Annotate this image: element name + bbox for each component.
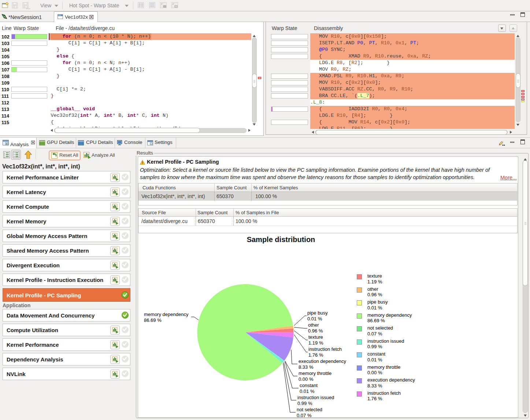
svg-text:3: 3 <box>4 156 5 158</box>
